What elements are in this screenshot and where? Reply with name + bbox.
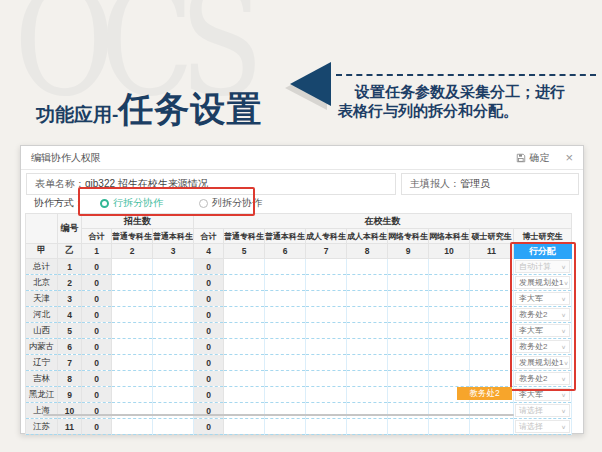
data-cell xyxy=(429,403,470,419)
data-cell xyxy=(429,307,470,323)
radio-row-split[interactable]: 行拆分协作 xyxy=(100,196,163,210)
row-assign-column-header[interactable]: 行分配 xyxy=(514,244,572,259)
table-row-11: 江苏1100请选择∨ xyxy=(26,419,572,435)
row-assign-dropdown[interactable]: 李大军∨ xyxy=(515,388,570,401)
row-name-cell: 总计 xyxy=(26,259,58,275)
radio-unselected-icon xyxy=(199,199,208,208)
data-cell xyxy=(470,339,514,355)
data-cell xyxy=(429,323,470,339)
data-cell xyxy=(265,339,306,355)
assign-cell: 发展规划处1∨ xyxy=(514,275,572,291)
data-cell xyxy=(153,259,194,275)
enroll-total-cell: 0 xyxy=(82,291,112,307)
confirm-button[interactable]: 确定 xyxy=(516,151,549,165)
table-row-4: 河北400教务处2∨ xyxy=(26,307,572,323)
oncampus-total-cell: 0 xyxy=(194,355,224,371)
row-name-cell: 北京 xyxy=(26,275,58,291)
data-cell xyxy=(224,307,265,323)
chevron-down-icon: ∨ xyxy=(561,295,566,301)
row-number-cell: 8 xyxy=(58,371,82,387)
reporter-box: 主填报人： 管理员 xyxy=(401,173,579,195)
row-number-cell: 7 xyxy=(58,355,82,371)
column-subheader-11: 博士研究生 xyxy=(514,229,572,244)
data-cell xyxy=(388,291,429,307)
row-assign-dropdown[interactable]: 自动计算∨ xyxy=(515,260,570,273)
row-assign-dropdown[interactable]: 李大军∨ xyxy=(515,292,570,305)
row-number-cell: 4 xyxy=(58,307,82,323)
table-row-8: 吉林800教务处2∨ xyxy=(26,371,572,387)
data-cell xyxy=(224,419,265,435)
data-cell xyxy=(265,355,306,371)
assign-value: 李大军 xyxy=(519,325,543,336)
group-header-oncampus: 在校生数 xyxy=(194,214,572,229)
table-row-3: 天津300李大军∨ xyxy=(26,291,572,307)
row-assign-dropdown[interactable]: 教务处2∨ xyxy=(515,340,570,353)
data-cell xyxy=(347,355,388,371)
data-cell xyxy=(112,307,153,323)
page-title: 功能应用-任务设置 xyxy=(36,86,262,133)
data-cell xyxy=(470,323,514,339)
row-assign-dropdown[interactable]: 发展规划处1∨ xyxy=(515,356,570,369)
table-row-7: 辽宁700发展规划处1∨ xyxy=(26,355,572,371)
data-cell xyxy=(306,323,347,339)
column-number-7: 7 xyxy=(306,244,347,259)
row-number-cell: 10 xyxy=(58,403,82,419)
data-cell xyxy=(224,403,265,419)
radio-selected-icon xyxy=(100,199,109,208)
radio-column-split[interactable]: 列拆分协作 xyxy=(199,196,262,210)
assign-cell: 教务处2∨ xyxy=(514,371,572,387)
data-cell xyxy=(388,307,429,323)
data-cell xyxy=(388,275,429,291)
stub-cell-jia: 甲 xyxy=(26,244,58,259)
close-icon[interactable]: × xyxy=(565,151,573,164)
assign-value: 自动计算 xyxy=(519,261,551,272)
data-cell xyxy=(153,403,194,419)
callout-line1: 设置任务参数及采集分工；进行 xyxy=(338,82,598,101)
row-name-cell: 天津 xyxy=(26,291,58,307)
data-cell xyxy=(388,259,429,275)
enroll-total-cell: 0 xyxy=(82,307,112,323)
column-number-11: 11 xyxy=(470,244,514,259)
form-name-value: gjb322 招生在校生来源情况 xyxy=(85,177,208,191)
row-assign-dropdown[interactable]: 请选择∨ xyxy=(515,404,570,417)
enroll-total-cell: 0 xyxy=(82,403,112,419)
assignee-tag: 教务处2 xyxy=(457,387,512,400)
data-cell xyxy=(388,387,429,403)
data-cell xyxy=(224,339,265,355)
data-cell xyxy=(388,355,429,371)
data-cell xyxy=(306,275,347,291)
row-assign-dropdown[interactable]: 教务处2∨ xyxy=(515,372,570,385)
corner-cell xyxy=(26,214,58,244)
data-cell xyxy=(347,275,388,291)
row-assign-dropdown[interactable]: 发展规划处1∨ xyxy=(515,276,570,289)
assign-cell: 发展规划处1∨ xyxy=(514,355,572,371)
row-name-cell: 江苏 xyxy=(26,419,58,435)
row-assign-dropdown[interactable]: 请选择∨ xyxy=(515,420,570,433)
enroll-total-cell: 0 xyxy=(82,419,112,435)
row-assign-dropdown[interactable]: 李大军∨ xyxy=(515,324,570,337)
row-name-cell: 上海 xyxy=(26,403,58,419)
chevron-down-icon: ∨ xyxy=(561,407,566,413)
oncampus-total-cell: 0 xyxy=(194,275,224,291)
data-cell xyxy=(112,419,153,435)
oncampus-total-cell: 0 xyxy=(194,387,224,403)
dialog-titlebar: 编辑协作人权限 确定 × xyxy=(21,146,583,170)
dashed-divider xyxy=(336,74,596,76)
data-cell xyxy=(265,275,306,291)
data-cell xyxy=(306,339,347,355)
column-subheader-6: 成人专科生 xyxy=(306,229,347,244)
data-cell xyxy=(347,371,388,387)
assign-value: 教务处2 xyxy=(519,341,547,352)
column-number-9: 9 xyxy=(388,244,429,259)
column-number-8: 8 xyxy=(347,244,388,259)
row-name-cell: 黑龙江 xyxy=(26,387,58,403)
row-assign-dropdown[interactable]: 教务处2∨ xyxy=(515,308,570,321)
data-cell xyxy=(347,339,388,355)
data-cell xyxy=(112,403,153,419)
data-cell xyxy=(306,355,347,371)
radio-column-split-label: 列拆分协作 xyxy=(212,196,262,210)
horizontal-scrollbar[interactable] xyxy=(43,414,514,416)
data-cell xyxy=(429,355,470,371)
chevron-down-icon: ∨ xyxy=(563,359,568,365)
data-cell xyxy=(224,275,265,291)
